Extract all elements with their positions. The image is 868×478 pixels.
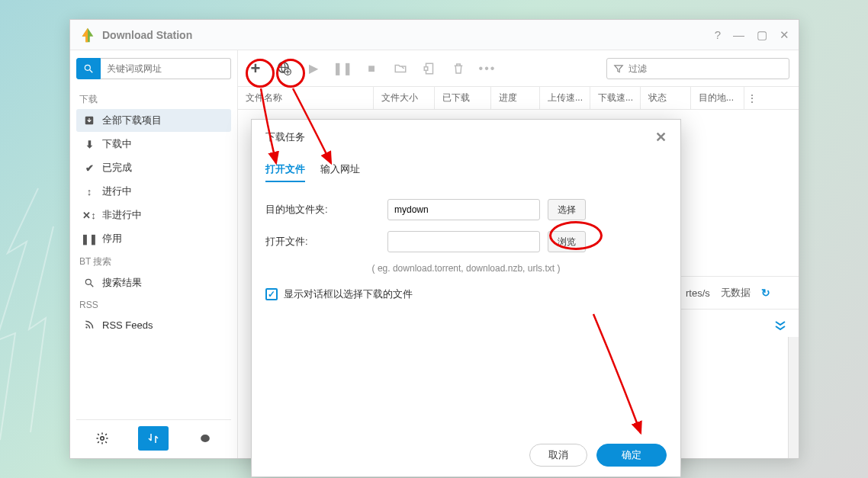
edit-button[interactable] xyxy=(421,60,438,77)
search-button[interactable] xyxy=(76,58,101,79)
app-icon xyxy=(79,27,96,43)
svg-point-6 xyxy=(101,437,104,441)
table-header: 文件名称 文件大小 已下载 进度 上传速... 下载速... 状态 目的地...… xyxy=(238,87,799,110)
section-download: 下载 xyxy=(79,93,228,106)
search-input[interactable] xyxy=(101,58,231,79)
settings-button[interactable] xyxy=(87,426,117,451)
col-dest[interactable]: 目的地... xyxy=(691,87,744,109)
cancel-button[interactable]: 取消 xyxy=(529,444,587,467)
col-filename[interactable]: 文件名称 xyxy=(238,87,374,109)
svg-point-0 xyxy=(85,65,90,70)
sidebar-item-rss[interactable]: RSS Feeds xyxy=(76,313,231,336)
minimize-button[interactable]: — xyxy=(733,28,744,41)
open-file-input[interactable] xyxy=(387,231,540,252)
browse-button[interactable]: 浏览 xyxy=(548,231,586,252)
folder-button[interactable] xyxy=(392,60,409,77)
col-dlspeed[interactable]: 下载速... xyxy=(590,87,641,109)
svg-line-4 xyxy=(91,284,94,287)
col-downloaded[interactable]: 已下载 xyxy=(435,87,491,109)
checkbox-label: 显示对话框以选择下载的文件 xyxy=(284,287,413,301)
search-icon xyxy=(83,63,94,74)
emule-icon xyxy=(198,431,213,445)
nav-label: 非进行中 xyxy=(102,208,142,222)
filter-box[interactable] xyxy=(606,58,789,79)
toolbar: + ▶ ❚❚ ■ ••• xyxy=(238,50,799,87)
nav-label: 进行中 xyxy=(102,184,132,198)
help-button[interactable]: ? xyxy=(715,28,721,41)
status-nodata: 无数据 xyxy=(721,286,751,300)
svg-line-1 xyxy=(90,70,93,73)
delete-button[interactable] xyxy=(450,60,467,77)
col-status[interactable]: 状态 xyxy=(641,87,691,109)
emule-button[interactable] xyxy=(190,426,220,451)
scrollbar[interactable] xyxy=(788,337,799,458)
download-all-icon xyxy=(82,115,96,126)
nav-label: RSS Feeds xyxy=(102,319,153,331)
add-url-button[interactable] xyxy=(276,60,293,77)
checkbox-icon: ✓ xyxy=(265,288,278,300)
sidebar-item-downloading[interactable]: ⬇下载中 xyxy=(76,133,231,156)
dialog-title: 下载任务 xyxy=(265,130,655,144)
maximize-button[interactable]: ▢ xyxy=(757,28,767,42)
filter-input[interactable] xyxy=(628,63,783,74)
nav-label: 搜索结果 xyxy=(102,276,142,290)
sidebar: 下载 全部下载项目 ⬇下载中 ✔已完成 ↕进行中 ✕↕非进行中 ❚❚停用 BT … xyxy=(70,50,238,458)
col-size[interactable]: 文件大小 xyxy=(374,87,435,109)
close-button[interactable]: ✕ xyxy=(780,28,789,42)
downloading-icon: ⬇ xyxy=(82,139,96,150)
col-progress[interactable]: 进度 xyxy=(491,87,540,109)
gear-icon xyxy=(95,431,109,445)
ok-button[interactable]: 确定 xyxy=(596,444,667,467)
dest-select-button[interactable]: 选择 xyxy=(548,199,586,220)
chevron-double-down-icon xyxy=(774,320,786,331)
active-icon: ↕ xyxy=(82,186,96,197)
svg-point-5 xyxy=(85,326,87,328)
sidebar-item-active[interactable]: ↕进行中 xyxy=(76,180,231,203)
sidebar-item-bt-results[interactable]: 搜索结果 xyxy=(76,271,231,294)
more-button[interactable]: ••• xyxy=(479,60,496,77)
section-bt: BT 搜索 xyxy=(79,255,228,268)
filter-icon xyxy=(613,63,624,74)
section-rss: RSS xyxy=(79,300,228,310)
file-hint: ( eg. download.torrent, download.nzb, ur… xyxy=(265,263,667,274)
expand-toggle[interactable] xyxy=(735,314,796,337)
titlebar: Download Station ? — ▢ ✕ xyxy=(70,20,799,50)
search-icon xyxy=(82,277,96,288)
status-bar: rtes/s 无数据 ↻ xyxy=(677,276,799,310)
status-rate: rtes/s xyxy=(686,287,710,299)
col-menu[interactable]: ⋮ xyxy=(744,87,760,109)
sidebar-item-completed[interactable]: ✔已完成 xyxy=(76,156,231,179)
download-task-dialog: 下载任务 ✕ 打开文件 输入网址 目的地文件夹: 选择 打开文件: 浏览 ( e… xyxy=(251,119,681,477)
app-title: Download Station xyxy=(102,29,702,41)
transfer-button[interactable] xyxy=(138,426,169,451)
svg-rect-10 xyxy=(424,66,428,70)
sidebar-item-inactive[interactable]: ✕↕非进行中 xyxy=(76,204,231,226)
pause-button[interactable]: ❚❚ xyxy=(334,60,351,77)
tab-open-file[interactable]: 打开文件 xyxy=(265,162,305,182)
pause-icon: ❚❚ xyxy=(82,233,96,245)
nav-label: 下载中 xyxy=(102,137,132,151)
stop-button[interactable]: ■ xyxy=(363,60,380,77)
refresh-button[interactable]: ↻ xyxy=(761,287,770,299)
nav-label: 已完成 xyxy=(102,161,132,175)
svg-point-3 xyxy=(85,279,91,284)
play-button[interactable]: ▶ xyxy=(305,60,322,77)
col-upspeed[interactable]: 上传速... xyxy=(540,87,590,109)
open-file-label: 打开文件: xyxy=(265,235,387,249)
add-task-button[interactable]: + xyxy=(247,60,264,77)
tab-enter-url[interactable]: 输入网址 xyxy=(320,162,360,182)
check-icon: ✔ xyxy=(82,162,96,174)
dest-label: 目的地文件夹: xyxy=(265,203,387,217)
globe-plus-icon xyxy=(277,61,292,76)
nav-label: 停用 xyxy=(102,232,122,245)
sidebar-item-stopped[interactable]: ❚❚停用 xyxy=(76,227,231,250)
transfer-icon xyxy=(146,431,160,445)
dest-input[interactable] xyxy=(387,199,540,220)
show-dialog-checkbox[interactable]: ✓ 显示对话框以选择下载的文件 xyxy=(265,287,667,301)
nav-label: 全部下载项目 xyxy=(102,114,162,127)
rss-icon xyxy=(82,319,96,330)
inactive-icon: ✕↕ xyxy=(82,210,96,221)
dialog-close-button[interactable]: ✕ xyxy=(655,129,667,146)
sidebar-item-all[interactable]: 全部下载项目 xyxy=(76,109,231,132)
